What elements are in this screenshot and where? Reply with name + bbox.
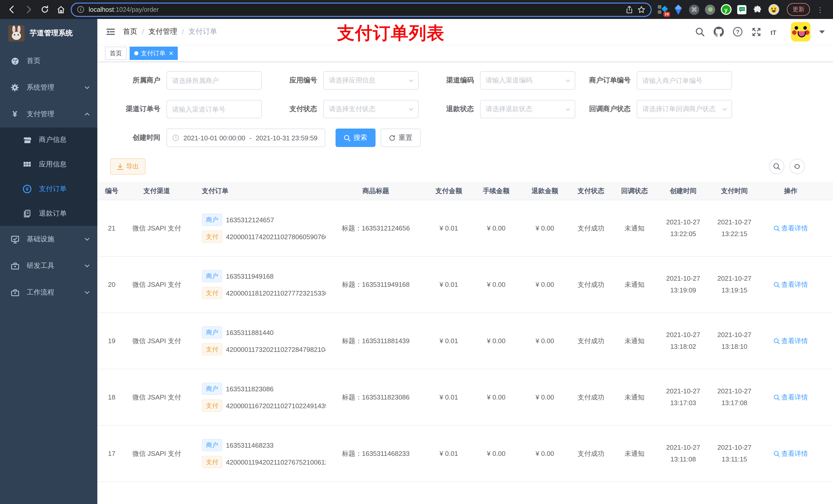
help-icon[interactable]: ? — [733, 27, 743, 37]
reload-button[interactable] — [38, 3, 51, 16]
refresh-button[interactable] — [789, 159, 805, 174]
export-button[interactable]: 导出 — [110, 158, 145, 175]
refund-status-select[interactable]: 请选择退款状态 — [480, 100, 575, 118]
pay-submenu: 商户信息 应用信息 ¥ 支付订单 — [0, 127, 97, 226]
table-row: 17 微信 JSAPI 支付 商户1635311468233 支付4200001… — [97, 426, 833, 482]
chevron-down-icon — [84, 85, 90, 91]
sidebar-item-refund-order[interactable]: 退款订单 — [0, 201, 97, 226]
user-avatar[interactable] — [791, 22, 810, 42]
notify-status-select[interactable]: 请选择订单回调商户状态 — [637, 100, 732, 118]
cell-refund: ¥ 0.00 — [521, 393, 569, 401]
field-pay-status: 支付状态 请选择支付状态 — [272, 100, 419, 118]
cell-id: 19 — [97, 337, 126, 345]
pay-tag: 支付 — [202, 287, 222, 299]
merchant-tag: 商户 — [202, 439, 222, 451]
chevron-down-icon — [565, 106, 571, 112]
cell-id: 20 — [97, 281, 126, 288]
extension-gem-icon[interactable] — [673, 4, 684, 15]
extensions-bar: 10 ⌘ y 更新 ⋮ — [655, 3, 828, 16]
sidebar-item-pay[interactable]: ¥ 支付管理 — [0, 101, 97, 127]
font-size-icon[interactable]: tT — [770, 27, 782, 37]
breadcrumb-pay[interactable]: 支付管理 — [148, 27, 177, 37]
sidebar-item-home[interactable]: 首页 — [0, 48, 97, 74]
cell-pay-status: 支付成功 — [569, 280, 613, 289]
cell-order-no: 商户1635311823086 支付4200001167202110271022… — [188, 383, 326, 412]
extension-command-icon[interactable]: ⌘ — [689, 4, 700, 15]
channel-order-no-input[interactable] — [172, 105, 256, 113]
merchant-input[interactable] — [172, 77, 256, 84]
active-dot-icon — [134, 51, 138, 55]
view-detail-link[interactable]: 查看详情 — [774, 449, 808, 458]
browser-update-button[interactable]: 更新 — [787, 3, 810, 16]
cell-refund: ¥ 0.00 — [521, 281, 569, 288]
view-detail-link[interactable]: 查看详情 — [774, 223, 808, 233]
toggle-search-button[interactable] — [769, 159, 784, 174]
channel-code-select[interactable]: 请输入渠道编码 — [480, 71, 575, 90]
fullscreen-icon[interactable] — [752, 27, 761, 37]
url-bar[interactable]: localhost:1024/pay/order — [71, 2, 652, 17]
date-range-picker[interactable]: 2021-10-01 00:00:00 - 2021-10-31 23:59:5… — [166, 128, 325, 147]
cell-order-no: 商户1635311468233 支付4200001194202110276752… — [188, 439, 326, 468]
cell-refund: ¥ 0.00 — [521, 337, 569, 345]
app-no-select[interactable]: 请选择应用信息 — [323, 71, 419, 90]
cell-channel: 微信 JSAPI 支付 — [126, 280, 188, 289]
logo-image — [8, 25, 25, 42]
sidebar-item-workflow[interactable]: 工作流程 — [0, 279, 97, 306]
home-button[interactable] — [54, 3, 68, 16]
cell-amount: ¥ 0.01 — [426, 337, 472, 345]
forward-button[interactable] — [22, 3, 35, 16]
cell-fee: ¥ 0.00 — [472, 337, 521, 345]
extension-record-icon[interactable] — [705, 4, 716, 15]
cell-pay-time: 2021-10-2713:22:15 — [710, 218, 759, 238]
breadcrumb-home[interactable]: 首页 — [123, 27, 137, 37]
search-button[interactable]: 搜索 — [336, 128, 376, 147]
user-menu-caret-icon[interactable] — [819, 30, 825, 34]
reset-button[interactable]: 重置 — [381, 128, 421, 147]
extension-tasks-icon[interactable]: 10 — [657, 4, 668, 15]
pay-tag: 支付 — [202, 343, 222, 356]
url-text: localhost:1024/pay/order — [89, 6, 621, 13]
page-title-annotation: 支付订单列表 — [337, 22, 445, 45]
table-row: 19 微信 JSAPI 支付 商户1635311881440 支付4200001… — [97, 313, 833, 369]
profile-avatar-icon[interactable] — [768, 4, 779, 15]
breadcrumb: 首页 / 支付管理 / 支付订单 — [123, 27, 217, 37]
view-detail-link[interactable]: 查看详情 — [774, 392, 808, 402]
share-icon[interactable] — [625, 5, 633, 14]
pay-tag: 支付 — [202, 400, 222, 412]
back-button[interactable] — [5, 3, 19, 16]
view-detail-link[interactable]: 查看详情 — [774, 280, 808, 289]
sidebar-item-merchant-info[interactable]: 商户信息 — [0, 127, 97, 152]
cell-title: 标题：1635311949168 — [326, 280, 426, 289]
tab-pay-order[interactable]: 支付订单 — [129, 47, 178, 60]
sidebar-item-app-info[interactable]: 应用信息 — [0, 152, 97, 177]
sidebar-collapse-icon[interactable] — [105, 27, 116, 37]
bookmark-star-icon[interactable] — [637, 5, 645, 14]
pay-tag: 支付 — [202, 231, 222, 243]
pay-status-select[interactable]: 请选择支付状态 — [323, 100, 419, 118]
browser-menu-icon[interactable]: ⋮ — [814, 5, 826, 14]
site-info-icon[interactable] — [77, 6, 85, 13]
github-icon[interactable] — [714, 27, 724, 37]
tab-home[interactable]: 首页 — [105, 47, 126, 60]
sidebar-item-system[interactable]: 系统管理 — [0, 74, 97, 101]
sidebar-item-dev-tools[interactable]: 研发工具 — [0, 253, 97, 279]
cell-id: 18 — [97, 393, 126, 401]
cell-pay-time: 2021-10-2713:11:15 — [710, 443, 759, 463]
monitor-icon — [10, 235, 20, 243]
merchant-order-no-input[interactable] — [642, 77, 727, 84]
sidebar-item-infra[interactable]: 基础设施 — [0, 226, 97, 253]
extensions-puzzle-icon[interactable] — [752, 4, 763, 15]
view-detail-link[interactable]: 查看详情 — [774, 336, 808, 345]
cell-notify-status: 未通知 — [613, 449, 656, 458]
close-icon[interactable] — [169, 51, 173, 55]
cell-title: 标题：1635311881439 — [326, 336, 426, 345]
search-icon[interactable] — [695, 27, 705, 37]
app-title: 芋道管理系统 — [30, 29, 73, 38]
cell-notify-status: 未通知 — [613, 280, 656, 289]
cell-pay-status: 支付成功 — [569, 336, 613, 345]
sidebar-menu: 首页 系统管理 ¥ 支付管理 — [0, 48, 97, 306]
sidebar-item-pay-order[interactable]: ¥ 支付订单 — [0, 177, 97, 201]
extension-chat-icon[interactable] — [736, 4, 747, 15]
cell-create-time: 2021-10-2713:11:08 — [656, 443, 710, 463]
extension-y-icon[interactable]: y — [720, 4, 732, 15]
